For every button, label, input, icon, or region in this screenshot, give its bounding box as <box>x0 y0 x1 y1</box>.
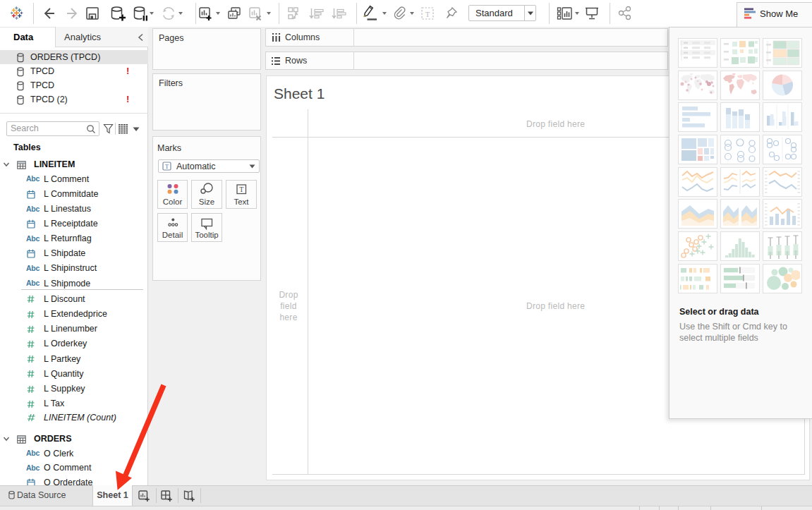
svg-text:T: T <box>239 186 243 193</box>
svg-text:T: T <box>165 163 169 170</box>
svg-text:T: T <box>425 10 430 18</box>
